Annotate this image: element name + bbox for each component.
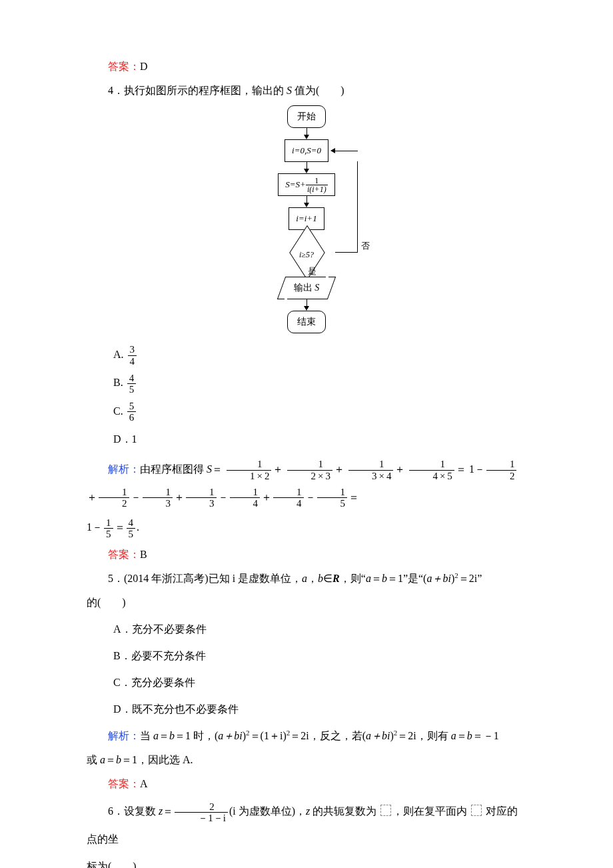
flow-step: S=S+1i(i+1)	[278, 173, 334, 196]
q5-stem-line2: 的( )	[87, 592, 526, 613]
q4-flowchart: 开始 i=0,S=0 S=S+1i(i+1) i=i+1 i≥5? 否 是 输	[87, 105, 526, 333]
flow-no-label: 否	[361, 237, 370, 255]
placeholder-box-icon	[380, 805, 391, 816]
q5-answer: 答案：A	[87, 773, 526, 795]
q5-parse-line2: 或 a＝b＝1，因此选 A.	[87, 749, 526, 771]
q4-parse-line2: 1－15＝45.	[87, 513, 526, 541]
flow-init: i=0,S=0	[285, 139, 328, 162]
q4-option-c: C.56	[113, 401, 526, 423]
q4-option-b: B.45	[113, 372, 526, 395]
parse-label: 解析：	[108, 463, 140, 475]
q3-answer: 答案：D	[87, 56, 526, 77]
q5-stem: 5．(2014 年浙江高考)已知 i 是虚数单位，a，b∈R，则“a＝b＝1”是…	[87, 568, 526, 589]
flow-output: 输出 S	[287, 277, 326, 299]
flow-decision: i≥5?	[285, 241, 328, 263]
q6-stem: 6．设复数 z＝2－1－i(i 为虚数单位)，z 的共轭复数为 ，则在复平面内 …	[87, 797, 526, 853]
flow-end: 结束	[287, 311, 326, 333]
flow-start: 开始	[287, 105, 326, 128]
q4-parse: 解析：由程序框图得 S＝ 11 × 2＋ 12 × 3＋ 13 × 4＋ 14 …	[87, 455, 526, 511]
placeholder-box-icon	[471, 805, 482, 816]
q4-answer: 答案：B	[87, 544, 526, 565]
q5-option-a: A．充分不必要条件	[113, 619, 526, 640]
q5-option-b: B．必要不充分条件	[113, 645, 526, 667]
q5-parse: 解析：当 a＝b＝1 时，(a＋bi)2＝(1＋i)2＝2i，反之，若(a＋bi…	[87, 725, 526, 747]
q5-option-d: D．既不充分也不必要条件	[113, 699, 526, 720]
q5-option-c: C．充分必要条件	[113, 672, 526, 693]
q4-option-d: D．1	[113, 429, 526, 450]
answer-label: 答案：	[108, 61, 140, 72]
q3-answer-value: D	[140, 61, 148, 72]
q4-stem: 4．执行如图所示的程序框图，输出的 S 值为( )	[87, 80, 526, 101]
q4-option-a: A.34	[113, 344, 526, 367]
q6-stem-line2: 标为( )	[87, 856, 526, 868]
